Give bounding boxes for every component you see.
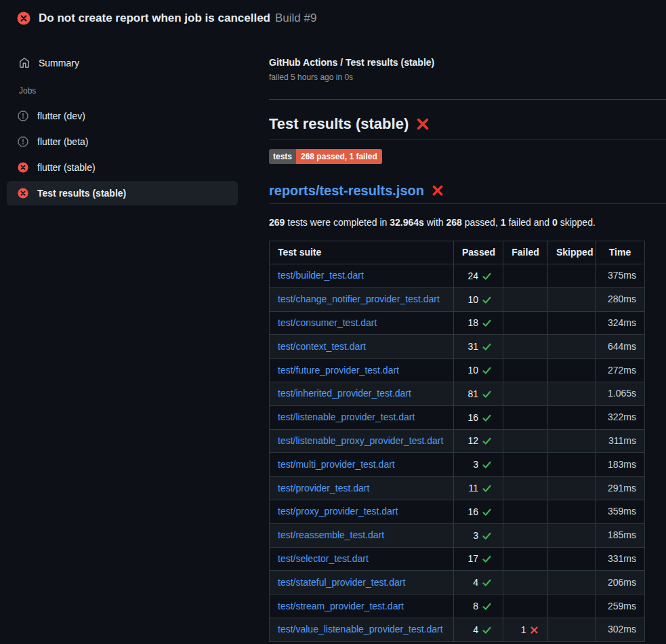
- table-row: test/inherited_provider_test.dart811.065…: [270, 382, 645, 405]
- cross-mark-icon: [416, 117, 430, 131]
- suite-link[interactable]: test/value_listenable_provider_test.dart: [278, 624, 443, 635]
- tests-badge: tests 268 passed, 1 failed: [269, 149, 382, 164]
- x-circle-icon: [18, 188, 28, 199]
- report-heading: reports/test-results.json: [269, 182, 666, 204]
- sidebar-item-summary[interactable]: Summary: [0, 52, 245, 74]
- report-link[interactable]: reports/test-results.json: [269, 182, 424, 199]
- suite-link[interactable]: test/selector_test.dart: [278, 553, 369, 564]
- suite-cell: test/reassemble_test.dart: [270, 523, 454, 547]
- check-icon: [482, 507, 492, 517]
- check-icon: [482, 413, 492, 423]
- test-results-table: Test suite Passed Failed Skipped Time te…: [269, 241, 645, 642]
- header-time: Time: [596, 241, 645, 264]
- table-row: test/future_provider_test.dart10272ms: [270, 359, 645, 382]
- suite-link[interactable]: test/listenable_provider_test.dart: [278, 411, 415, 422]
- time-cell: 291ms: [596, 477, 645, 500]
- table-row: test/selector_test.dart17331ms: [270, 547, 645, 571]
- passed-cell: 11: [454, 477, 503, 500]
- failed-cell: [503, 264, 548, 288]
- skipped-cell: [548, 500, 596, 523]
- suite-cell: test/change_notifier_provider_test.dart: [270, 287, 454, 311]
- suite-link[interactable]: test/future_provider_test.dart: [278, 365, 399, 376]
- time-cell: 359ms: [596, 500, 645, 523]
- failed-cell: [503, 547, 548, 571]
- passed-cell: 81: [454, 382, 503, 405]
- stop-icon: [18, 136, 28, 147]
- check-icon: [482, 436, 492, 446]
- skipped-cell: [548, 335, 596, 359]
- skipped-cell: [548, 595, 596, 618]
- skipped-cell: [548, 405, 596, 429]
- suite-cell: test/future_provider_test.dart: [270, 359, 454, 382]
- time-cell: 322ms: [596, 405, 645, 429]
- suite-cell: test/consumer_test.dart: [270, 311, 454, 335]
- build-number: Build #9: [275, 12, 316, 24]
- time-cell: 259ms: [596, 595, 645, 618]
- passed-cell: 10: [454, 359, 503, 382]
- check-icon: [482, 531, 492, 541]
- passed-cell: 12: [454, 429, 503, 453]
- header-test-suite: Test suite: [270, 241, 454, 264]
- sidebar-item-flutter-dev[interactable]: flutter (dev): [7, 104, 238, 128]
- suite-link[interactable]: test/reassemble_test.dart: [278, 529, 384, 540]
- suite-link[interactable]: test/change_notifier_provider_test.dart: [278, 294, 440, 304]
- check-icon: [482, 601, 492, 611]
- suite-link[interactable]: test/builder_test.dart: [278, 270, 364, 281]
- check-icon: [482, 483, 492, 494]
- header-passed: Passed: [454, 241, 503, 264]
- time-cell: 311ms: [596, 429, 645, 453]
- table-row: test/provider_test.dart11291ms: [270, 477, 645, 500]
- table-row: test/change_notifier_provider_test.dart1…: [270, 287, 645, 311]
- suite-cell: test/multi_provider_test.dart: [270, 453, 454, 477]
- x-circle-icon: [17, 12, 30, 25]
- suite-link[interactable]: test/inherited_provider_test.dart: [278, 388, 411, 399]
- skipped-cell: [548, 311, 596, 335]
- sidebar-item-test-results-stable[interactable]: Test results (stable): [7, 181, 238, 205]
- passed-cell: 31: [454, 335, 503, 359]
- jobs-heading: Jobs: [0, 86, 245, 96]
- header-failed: Failed: [503, 241, 548, 264]
- failed-cell: 1: [503, 618, 548, 641]
- run-title: Do not create report when job is cancell…: [39, 12, 270, 24]
- time-cell: 324ms: [596, 311, 645, 335]
- check-icon: [482, 460, 492, 470]
- suite-link[interactable]: test/stream_provider_test.dart: [278, 601, 404, 611]
- skipped-cell: [548, 453, 596, 477]
- table-row: test/value_listenable_provider_test.dart…: [270, 618, 645, 641]
- sidebar-item-flutter-beta[interactable]: flutter (beta): [7, 129, 238, 154]
- home-icon: [19, 58, 30, 68]
- table-row: test/context_test.dart31644ms: [270, 335, 645, 359]
- check-icon: [482, 554, 492, 564]
- passed-cell: 10: [454, 287, 503, 311]
- table-row: test/builder_test.dart24375ms: [270, 264, 645, 288]
- suite-link[interactable]: test/consumer_test.dart: [278, 317, 377, 328]
- table-row: test/consumer_test.dart18324ms: [270, 311, 645, 335]
- time-cell: 302ms: [596, 618, 645, 641]
- suite-cell: test/selector_test.dart: [270, 547, 454, 571]
- check-icon: [482, 318, 492, 328]
- suite-link[interactable]: test/listenable_proxy_provider_test.dart: [278, 435, 443, 446]
- results-table-body: test/builder_test.dart24375mstest/change…: [270, 264, 645, 642]
- check-icon: [482, 342, 492, 352]
- suite-link[interactable]: test/context_test.dart: [278, 341, 366, 352]
- suite-cell: test/value_listenable_provider_test.dart: [270, 618, 454, 641]
- time-cell: 185ms: [596, 523, 645, 547]
- divider: [269, 99, 666, 100]
- sidebar: Summary Jobs flutter (dev) flutter (beta…: [0, 36, 245, 207]
- page-title: Do not create report when job is cancell…: [39, 11, 316, 26]
- time-cell: 280ms: [596, 287, 645, 311]
- suite-link[interactable]: test/provider_test.dart: [278, 483, 369, 494]
- suite-link[interactable]: test/multi_provider_test.dart: [278, 459, 395, 470]
- suite-link[interactable]: test/proxy_provider_test.dart: [278, 506, 398, 517]
- summary-label: Summary: [39, 58, 79, 68]
- suite-link[interactable]: test/stateful_provider_test.dart: [278, 577, 405, 588]
- check-run-header: Do not create report when job is cancell…: [0, 0, 666, 36]
- failed-cell: [503, 453, 548, 477]
- passed-cell: 16: [454, 500, 503, 523]
- suite-cell: test/context_test.dart: [270, 335, 454, 359]
- table-row: test/multi_provider_test.dart3183ms: [270, 453, 645, 477]
- job-label: flutter (stable): [37, 162, 96, 173]
- sidebar-item-flutter-stable[interactable]: flutter (stable): [7, 155, 238, 180]
- check-icon: [482, 365, 492, 376]
- skipped-cell: [548, 359, 596, 382]
